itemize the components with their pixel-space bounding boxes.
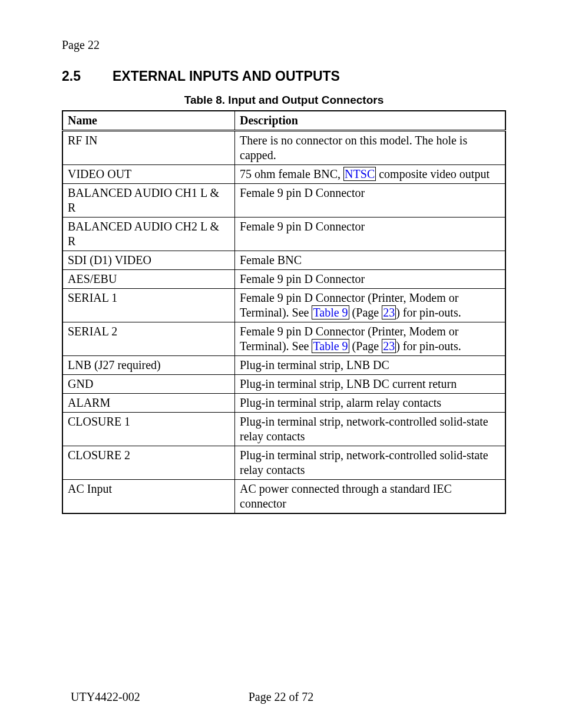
cell-name: AC Input: [62, 480, 235, 514]
table-row: RF INThere is no connector on this model…: [62, 131, 505, 165]
table-row: SDI (D1) VIDEOFemale BNC: [62, 251, 505, 270]
cross-reference-link[interactable]: NTSC: [343, 167, 376, 181]
table-row: AC InputAC power connected through a sta…: [62, 480, 505, 514]
cell-name: SDI (D1) VIDEO: [62, 251, 235, 270]
section-number: 2.5: [62, 68, 113, 84]
table-caption: Table 8. Input and Output Connectors: [62, 94, 506, 107]
cell-description: Female 9 pin D Connector: [235, 270, 506, 289]
cell-name: BALANCED AUDIO CH2 L & R: [62, 218, 235, 251]
cell-description: AC power connected through a standard IE…: [235, 480, 506, 514]
cell-description: Plug-in terminal strip, LNB DC: [235, 356, 506, 375]
section-title: EXTERNAL INPUTS AND OUTPUTS: [113, 68, 340, 84]
table-row: LNB (J27 required)Plug-in terminal strip…: [62, 356, 505, 375]
cell-description: Female 9 pin D Connector (Printer, Modem…: [235, 289, 506, 322]
cell-name: SERIAL 2: [62, 322, 235, 356]
cell-name: ALARM: [62, 394, 235, 413]
cell-description: Plug-in terminal strip, network-controll…: [235, 446, 506, 480]
table-row: AES/EBUFemale 9 pin D Connector: [62, 270, 505, 289]
cell-name: VIDEO OUT: [62, 165, 235, 184]
cell-description: Plug-in terminal strip, LNB DC current r…: [235, 375, 506, 394]
cell-name: SERIAL 1: [62, 289, 235, 322]
table-row: BALANCED AUDIO CH2 L & RFemale 9 pin D C…: [62, 218, 505, 251]
cell-name: CLOSURE 2: [62, 446, 235, 480]
table-row: VIDEO OUT75 ohm female BNC, NTSC composi…: [62, 165, 505, 184]
cell-description: 75 ohm female BNC, NTSC composite video …: [235, 165, 506, 184]
cross-reference-link[interactable]: Table 9: [312, 305, 349, 319]
cell-name: GND: [62, 375, 235, 394]
cell-name: AES/EBU: [62, 270, 235, 289]
table-row: SERIAL 2Female 9 pin D Connector (Printe…: [62, 322, 505, 356]
cell-description: Female BNC: [235, 251, 506, 270]
table-header-description: Description: [235, 111, 506, 131]
table-row: SERIAL 1Female 9 pin D Connector (Printe…: [62, 289, 505, 322]
cross-reference-link[interactable]: 23: [382, 305, 396, 319]
table-row: BALANCED AUDIO CH1 L & RFemale 9 pin D C…: [62, 184, 505, 218]
table-row: GNDPlug-in terminal strip, LNB DC curren…: [62, 375, 505, 394]
footer-page: Page 22 of 72: [0, 690, 562, 704]
cell-description: Plug-in terminal strip, network-controll…: [235, 413, 506, 446]
table-row: ALARMPlug-in terminal strip, alarm relay…: [62, 394, 505, 413]
cell-name: LNB (J27 required): [62, 356, 235, 375]
cell-name: BALANCED AUDIO CH1 L & R: [62, 184, 235, 218]
cross-reference-link[interactable]: 23: [382, 339, 396, 353]
table-header-name: Name: [62, 111, 235, 131]
cell-description: Female 9 pin D Connector (Printer, Modem…: [235, 322, 506, 356]
page-header: Page 22: [62, 38, 506, 52]
cell-name: RF IN: [62, 131, 235, 165]
table-row: CLOSURE 2Plug-in terminal strip, network…: [62, 446, 505, 480]
section-heading: 2.5EXTERNAL INPUTS AND OUTPUTS: [62, 68, 506, 84]
io-connectors-table: Name Description RF INThere is no connec…: [62, 110, 506, 514]
cell-name: CLOSURE 1: [62, 413, 235, 446]
cross-reference-link[interactable]: Table 9: [312, 339, 349, 353]
cell-description: Female 9 pin D Connector: [235, 218, 506, 251]
cell-description: Plug-in terminal strip, alarm relay cont…: [235, 394, 506, 413]
cell-description: There is no connector on this model. The…: [235, 131, 506, 165]
table-row: CLOSURE 1Plug-in terminal strip, network…: [62, 413, 505, 446]
cell-description: Female 9 pin D Connector: [235, 184, 506, 218]
